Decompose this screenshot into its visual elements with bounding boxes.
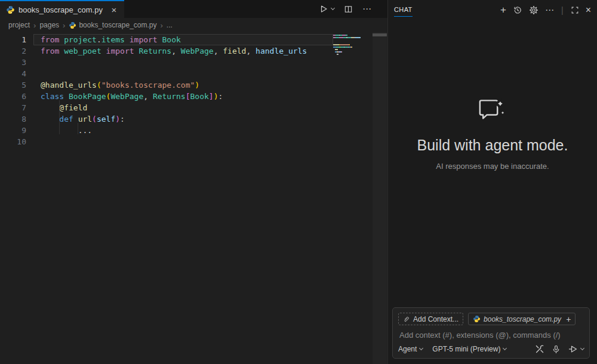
chevron-down-icon: [503, 346, 507, 350]
chat-empty-state: Build with agent mode. AI responses may …: [388, 97, 597, 171]
chat-input-box[interactable]: Add Context... books_toscrape_com.py + A…: [392, 307, 590, 359]
breadcrumb-separator: ›: [63, 21, 65, 30]
model-picker[interactable]: GPT-5 mini (Preview): [432, 345, 506, 353]
add-attachment-icon[interactable]: +: [566, 314, 571, 324]
code-line: from project.items import Book: [41, 34, 181, 45]
chevron-down-icon: [580, 346, 584, 350]
line-number: 5: [0, 79, 26, 91]
more-actions-icon[interactable]: ⋯: [362, 4, 372, 14]
chat-sparkle-icon: [388, 97, 597, 125]
breadcrumb-project[interactable]: project: [8, 21, 30, 29]
python-icon: [69, 21, 76, 29]
chat-panel: CHAT +: [387, 0, 597, 364]
empty-state-note: AI responses may be inaccurate.: [388, 162, 597, 171]
tab-books-toscrape[interactable]: books_toscrape_com.py ×: [0, 0, 124, 18]
tools-icon[interactable]: [535, 344, 544, 354]
line-number: 8: [0, 113, 26, 125]
chat-message-input[interactable]: Add context (#), extensions (@), command…: [398, 331, 584, 340]
breadcrumb: project › pages › books_toscrape_com.py …: [0, 18, 387, 32]
vscode-window: books_toscrape_com.py × ⋯ project › page…: [0, 0, 597, 364]
history-icon[interactable]: [513, 5, 522, 15]
line-number: 2: [0, 45, 26, 57]
maximize-icon[interactable]: [571, 6, 579, 14]
close-panel-icon[interactable]: ×: [586, 5, 591, 16]
paperclip-icon: [403, 316, 410, 323]
breadcrumb-separator: ›: [33, 21, 36, 30]
line-number: 6: [0, 91, 26, 102]
code-line: class BookPage(WebPage, Returns[Book]):: [41, 91, 223, 102]
editor-group: books_toscrape_com.py × ⋯ project › page…: [0, 0, 387, 364]
code-line: @field: [41, 102, 87, 113]
code-editor[interactable]: 12345678910 from project.items import Bo…: [0, 32, 387, 364]
editor-tab-bar: books_toscrape_com.py × ⋯: [0, 0, 387, 18]
breadcrumb-more[interactable]: ...: [167, 21, 173, 29]
breadcrumb-separator: ›: [161, 21, 163, 30]
scrollbar-track[interactable]: [373, 32, 387, 364]
run-button[interactable]: [319, 4, 334, 14]
python-icon: [6, 5, 15, 14]
line-number: 1: [0, 34, 26, 45]
chevron-down-icon: [419, 346, 423, 350]
scrollbar-thumb[interactable]: [373, 33, 387, 36]
context-row: Add Context... books_toscrape_com.py +: [398, 313, 584, 325]
code-line: from web_poet import Returns, WebPage, f…: [41, 45, 307, 57]
breadcrumb-file[interactable]: books_toscrape_com.py: [69, 21, 156, 29]
breadcrumb-pages[interactable]: pages: [39, 21, 59, 29]
line-number: 9: [0, 125, 26, 136]
editor-actions: ⋯: [319, 0, 372, 18]
send-icon[interactable]: [568, 344, 584, 354]
tab-title: books_toscrape_com.py: [19, 5, 105, 14]
mic-icon[interactable]: [552, 345, 561, 354]
code-line: @handle_urls("books.toscrape.com"): [41, 79, 199, 91]
attached-file-pill[interactable]: books_toscrape_com.py +: [468, 313, 576, 325]
code-line: def url(self):: [41, 113, 125, 125]
divider: |: [561, 5, 564, 15]
chevron-down-icon: [331, 6, 335, 10]
line-number: 7: [0, 102, 26, 113]
code-line: ...: [41, 125, 92, 136]
tab-chat[interactable]: CHAT: [394, 6, 413, 17]
split-editor-button[interactable]: [344, 5, 353, 14]
indent-guide: [59, 100, 60, 134]
line-number: 10: [0, 136, 26, 147]
more-icon[interactable]: ⋯: [545, 5, 554, 16]
empty-state-heading: Build with agent mode.: [388, 137, 597, 154]
chat-header: CHAT +: [388, 0, 597, 21]
settings-gear-icon[interactable]: [529, 5, 538, 15]
minimap[interactable]: [333, 35, 370, 62]
chat-controls: Agent GPT-5 mini (Preview): [398, 344, 584, 354]
line-number: 4: [0, 68, 26, 79]
python-icon: [473, 315, 481, 323]
indent-guide: [78, 123, 78, 134]
mode-picker[interactable]: Agent: [398, 345, 423, 353]
close-icon[interactable]: ×: [109, 4, 119, 15]
add-context-button[interactable]: Add Context...: [398, 313, 463, 325]
line-number: 3: [0, 57, 26, 68]
new-chat-icon[interactable]: +: [500, 5, 506, 15]
